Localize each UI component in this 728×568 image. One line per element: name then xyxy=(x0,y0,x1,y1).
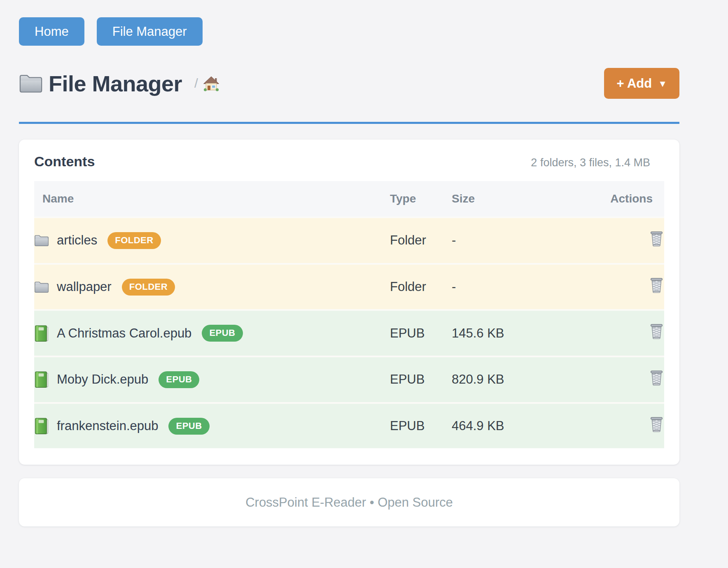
folder-icon xyxy=(34,234,49,247)
size-cell: 464.9 KB xyxy=(452,402,575,449)
add-button-label: + Add xyxy=(616,77,652,90)
trash-icon xyxy=(649,277,664,294)
home-icon[interactable] xyxy=(203,75,219,92)
page-title: File Manager xyxy=(49,71,182,96)
file-type-badge: FOLDER xyxy=(122,279,175,296)
file-name[interactable]: wallpaper xyxy=(57,279,112,294)
trash-icon xyxy=(649,416,664,433)
file-type-badge: EPUB xyxy=(168,418,209,435)
file-name[interactable]: frankenstein.epub xyxy=(57,419,158,433)
accent-divider xyxy=(19,122,679,124)
breadcrumb-separator: / xyxy=(194,76,198,91)
table-row: wallpaper FOLDER Folder - xyxy=(34,263,664,310)
delete-button[interactable] xyxy=(649,230,664,247)
column-header-name: Name xyxy=(34,181,390,216)
table-row: articles FOLDER Folder - xyxy=(34,216,664,263)
type-cell: EPUB xyxy=(390,309,452,356)
name-cell: wallpaper FOLDER xyxy=(34,263,390,310)
nav-file-manager-button[interactable]: File Manager xyxy=(97,17,203,46)
page-header: File Manager / + Add ▼ xyxy=(19,68,679,99)
actions-cell xyxy=(575,309,664,356)
size-cell: 820.9 KB xyxy=(452,356,575,402)
table-row: Moby Dick.epub EPUB EPUB 820.9 KB xyxy=(34,356,664,402)
delete-button[interactable] xyxy=(649,323,664,340)
column-header-actions: Actions xyxy=(575,181,664,216)
delete-button[interactable] xyxy=(649,370,664,386)
actions-cell xyxy=(575,356,664,402)
type-cell: Folder xyxy=(390,263,452,310)
breadcrumb: / xyxy=(194,75,219,92)
table-header: Name Type Size Actions xyxy=(34,181,664,216)
contents-title: Contents xyxy=(34,154,95,170)
trash-icon xyxy=(649,230,664,247)
book-icon xyxy=(34,371,49,388)
type-cell: Folder xyxy=(390,216,452,263)
footer: CrossPoint E-Reader • Open Source xyxy=(19,478,679,526)
file-table: Name Type Size Actions articles FOLDER F… xyxy=(34,181,664,448)
add-button[interactable]: + Add ▼ xyxy=(604,68,679,99)
file-type-badge: FOLDER xyxy=(107,232,161,249)
top-nav: HomeFile Manager xyxy=(19,17,679,46)
actions-cell xyxy=(575,263,664,310)
folder-icon xyxy=(19,73,43,93)
contents-summary: 2 folders, 3 files, 1.4 MB xyxy=(531,156,650,169)
name-cell: frankenstein.epub EPUB xyxy=(34,402,390,449)
name-cell: articles FOLDER xyxy=(34,216,390,263)
column-header-size: Size xyxy=(452,181,575,216)
trash-icon xyxy=(649,323,664,340)
table-row: frankenstein.epub EPUB EPUB 464.9 KB xyxy=(34,402,664,449)
file-name[interactable]: A Christmas Carol.epub xyxy=(57,326,191,341)
folder-icon xyxy=(34,281,49,293)
type-cell: EPUB xyxy=(390,356,452,402)
footer-text: CrossPoint E-Reader • Open Source xyxy=(245,495,453,510)
file-type-badge: EPUB xyxy=(159,371,199,388)
contents-card: Contents 2 folders, 3 files, 1.4 MB Name… xyxy=(19,140,679,465)
actions-cell xyxy=(575,402,664,449)
type-cell: EPUB xyxy=(390,402,452,449)
size-cell: - xyxy=(452,263,575,310)
delete-button[interactable] xyxy=(649,277,664,294)
name-cell: Moby Dick.epub EPUB xyxy=(34,356,390,402)
file-name[interactable]: Moby Dick.epub xyxy=(57,372,148,387)
file-type-badge: EPUB xyxy=(202,325,243,342)
book-icon xyxy=(34,417,49,435)
page: HomeFile Manager File Manager / + Add ▼ … xyxy=(19,0,679,526)
table-row: A Christmas Carol.epub EPUB EPUB 145.6 K… xyxy=(34,309,664,356)
file-name[interactable]: articles xyxy=(57,233,97,248)
name-cell: A Christmas Carol.epub EPUB xyxy=(34,309,390,356)
book-icon xyxy=(34,325,49,342)
column-header-type: Type xyxy=(390,181,452,216)
nav-home-button[interactable]: Home xyxy=(19,17,84,46)
chevron-down-icon: ▼ xyxy=(658,79,667,88)
size-cell: - xyxy=(452,216,575,263)
delete-button[interactable] xyxy=(649,416,664,433)
size-cell: 145.6 KB xyxy=(452,309,575,356)
contents-card-header: Contents 2 folders, 3 files, 1.4 MB xyxy=(34,154,664,170)
trash-icon xyxy=(649,370,664,386)
actions-cell xyxy=(575,216,664,263)
